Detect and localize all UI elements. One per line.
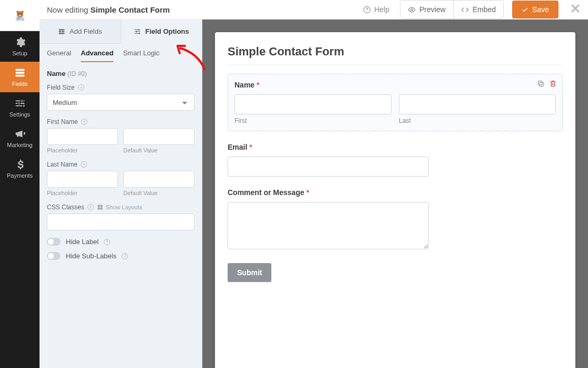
required-asterisk: *	[306, 188, 309, 197]
required-asterisk: *	[257, 81, 259, 89]
svg-rect-26	[100, 208, 102, 210]
form-preview: Simple Contact Form Name * First Last	[215, 32, 575, 368]
code-icon	[461, 6, 469, 14]
required-asterisk: *	[249, 143, 252, 151]
help-icon[interactable]: ?	[122, 253, 128, 259]
rail-item-setup[interactable]: Setup	[0, 31, 40, 62]
gear-icon	[14, 36, 26, 48]
duplicate-icon[interactable]	[537, 80, 545, 88]
rail-label: Setup	[12, 50, 27, 56]
preview-button[interactable]: Preview	[400, 1, 453, 18]
tab-field-options[interactable]: Field Options	[121, 20, 202, 44]
close-icon	[570, 3, 581, 14]
preview-embed-group: Preview Embed	[400, 0, 504, 19]
eye-icon	[408, 6, 416, 14]
help-icon[interactable]: ?	[78, 84, 84, 91]
tab-add-fields[interactable]: Add Fields	[40, 20, 121, 44]
svg-rect-27	[540, 82, 544, 86]
subtab-row: General Advanced Smart Logic	[40, 44, 202, 62]
subtab-general[interactable]: General	[47, 49, 71, 62]
rail-item-payments[interactable]: Payments	[0, 153, 40, 184]
rail-item-fields[interactable]: Fields	[0, 62, 40, 92]
tab-add-label: Add Fields	[70, 27, 102, 35]
field-name-label: Name	[47, 70, 65, 78]
help-link[interactable]: Help	[363, 5, 389, 14]
app-logo	[0, 0, 40, 31]
subtab-advanced[interactable]: Advanced	[81, 49, 113, 62]
svg-point-3	[18, 13, 19, 14]
editing-prefix: Now editing	[47, 5, 91, 14]
field-options-panel: Add Fields Field Options General Advance…	[40, 20, 202, 368]
last-name-input[interactable]	[399, 94, 556, 114]
css-classes-label: CSS Classes	[47, 204, 84, 211]
field-id-tag: (ID #0)	[67, 70, 87, 78]
subtab-smart-logic[interactable]: Smart Logic	[123, 49, 159, 62]
save-button[interactable]: Save	[512, 1, 558, 18]
placeholder-sublabel: Placeholder	[47, 147, 118, 153]
svg-point-4	[21, 13, 22, 14]
fields-icon	[14, 67, 26, 79]
svg-point-22	[139, 33, 140, 34]
last-name-label: Last Name	[47, 161, 77, 168]
css-classes-input[interactable]	[47, 214, 194, 230]
preview-field-email[interactable]: Email *	[228, 143, 429, 177]
svg-point-14	[367, 11, 367, 12]
rail-label: Settings	[9, 111, 31, 118]
svg-rect-24	[100, 205, 102, 207]
svg-rect-23	[97, 205, 100, 207]
layout-icon	[58, 28, 65, 35]
last-sublabel: Last	[399, 117, 556, 124]
email-input[interactable]	[228, 157, 429, 177]
svg-rect-11	[15, 72, 24, 74]
field-label: Name	[234, 81, 254, 89]
preview-label: Preview	[419, 5, 446, 14]
preview-field-comment[interactable]: Comment or Message *	[228, 188, 429, 251]
embed-label: Embed	[473, 5, 496, 14]
rail-label: Payments	[7, 172, 33, 179]
field-group-title: Name (ID #0)	[47, 70, 194, 78]
help-icon[interactable]: ?	[104, 239, 110, 245]
field-label: Email	[228, 143, 247, 151]
help-icon[interactable]: ?	[81, 119, 87, 125]
svg-point-21	[136, 31, 137, 32]
first-name-input[interactable]	[234, 94, 391, 114]
svg-rect-7	[17, 18, 21, 18]
rail-label: Fields	[12, 81, 27, 87]
field-size-label: Field Size	[47, 84, 75, 91]
help-icon[interactable]: ?	[81, 161, 87, 168]
field-size-select[interactable]: Medium	[47, 94, 194, 111]
first-name-placeholder-input[interactable]	[47, 128, 118, 145]
svg-rect-28	[538, 81, 543, 85]
rail-item-settings[interactable]: Settings	[0, 92, 40, 123]
svg-rect-12	[15, 75, 24, 77]
dollar-icon	[14, 159, 26, 170]
last-name-default-input[interactable]	[123, 171, 194, 188]
svg-point-2	[21, 11, 24, 13]
first-name-default-input[interactable]	[123, 128, 194, 145]
close-button[interactable]	[570, 3, 581, 16]
svg-rect-25	[97, 208, 100, 210]
svg-rect-16	[59, 29, 65, 30]
svg-point-5	[19, 15, 21, 16]
svg-point-1	[16, 11, 19, 13]
svg-rect-17	[59, 31, 62, 32]
comment-textarea[interactable]	[228, 202, 429, 249]
field-label: Comment or Message	[228, 188, 304, 197]
form-preview-title: Simple Contact Form	[228, 45, 563, 59]
rail-item-marketing[interactable]: Marketing	[0, 123, 40, 153]
grid-icon	[97, 204, 103, 210]
bullhorn-icon	[14, 128, 26, 140]
hide-sublabels-toggle[interactable]	[47, 252, 61, 260]
svg-point-20	[138, 29, 139, 30]
trash-icon[interactable]	[549, 80, 557, 88]
form-name: Simple Contact Form	[91, 5, 170, 14]
svg-rect-10	[15, 69, 24, 71]
show-layouts-link[interactable]: Show Layouts	[97, 204, 142, 210]
help-icon[interactable]: ?	[87, 204, 94, 210]
last-name-placeholder-input[interactable]	[47, 171, 118, 188]
preview-field-name[interactable]: Name * First Last	[228, 74, 563, 131]
embed-button[interactable]: Embed	[453, 1, 503, 18]
hide-label-toggle[interactable]	[47, 238, 61, 246]
check-icon	[522, 6, 528, 13]
submit-button[interactable]: Submit	[228, 263, 271, 282]
